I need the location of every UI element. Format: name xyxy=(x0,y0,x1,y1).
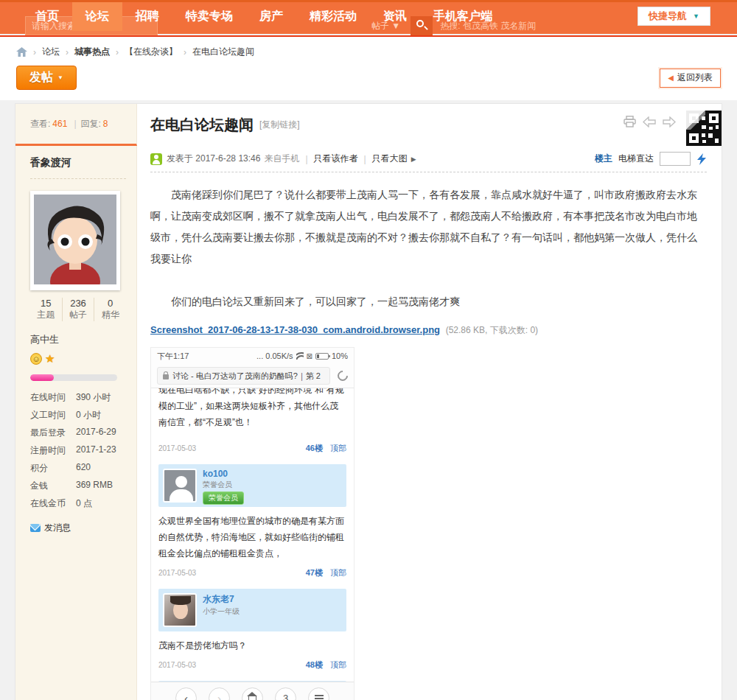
battery-percent: 10% xyxy=(332,351,348,360)
nav-realestate[interactable]: 房产 xyxy=(246,2,296,31)
chevron-down-icon: ▼ xyxy=(693,13,699,20)
floor-link: 48楼 xyxy=(306,660,323,669)
new-post-button[interactable]: 发帖▼ xyxy=(16,66,77,90)
attachment-1: Screenshot_2017-06-28-13-17-38-030_com.a… xyxy=(150,324,707,337)
menu-icon xyxy=(308,687,329,700)
breadcrumb-forum[interactable]: 论坛 xyxy=(42,46,60,58)
field-volunteer-time: 义工时间0 小时 xyxy=(30,409,126,421)
nav-mobile-client[interactable]: 手机客户端 xyxy=(420,2,506,31)
nav-sales[interactable]: 特卖专场 xyxy=(172,2,246,31)
chevron-right-icon: ▶ xyxy=(411,155,416,163)
lock-icon xyxy=(163,374,169,379)
mobile-reply-header: ko100 荣誉会员 荣誉会员 xyxy=(158,464,346,507)
nav-jobs[interactable]: 招聘 xyxy=(122,2,172,31)
stat-threads[interactable]: 15主题 xyxy=(30,298,63,321)
reply-count: 8 xyxy=(103,119,108,129)
sim-icon: ⊠ xyxy=(307,352,312,360)
mobile-status-bar: 下午1:17 ... 0.05K/s ⊠ 10% xyxy=(151,348,354,364)
prev-thread-icon[interactable] xyxy=(643,116,656,127)
user-status-icon xyxy=(150,153,162,165)
only-author-link[interactable]: 只看该作者 xyxy=(314,153,358,165)
star-medal-icon: ★ xyxy=(45,352,55,365)
envelope-icon xyxy=(30,524,41,532)
copy-link[interactable]: [复制链接] xyxy=(259,119,300,131)
thread-header: 查看:461 | 回复:8 在电白论坛趣闻 [复制链接] xyxy=(15,104,722,146)
chevron-left-icon: ◀ xyxy=(668,74,674,82)
only-images-link[interactable]: 只看大图 xyxy=(372,153,408,165)
mobile-reply-header: 水东老7 小学一年级 xyxy=(158,589,346,631)
mobile-time: 下午1:17 xyxy=(157,351,189,362)
nav-activities[interactable]: 精彩活动 xyxy=(296,2,370,31)
battery-icon xyxy=(315,353,329,360)
breadcrumb: › 论坛 › 城事热点 › 【在线杂谈】 › 在电白论坛趣闻 xyxy=(0,37,737,58)
post-paragraph: 茂南佬踩到你们尾巴了？说什么都要带上茂南人骂一下，各有各发展，靠点咸水就好牛逼了… xyxy=(150,184,707,270)
author-stats: 15主题 236帖子 0精华 xyxy=(30,298,126,321)
nav-forum[interactable]: 论坛 xyxy=(72,2,122,31)
post-paragraph: 你们的电白论坛又重新回来了，可以回家了，一起骂茂南佬才爽 xyxy=(150,291,707,312)
next-thread-icon[interactable] xyxy=(663,116,676,127)
tabs-count: 3 xyxy=(275,687,296,700)
embedded-screenshot[interactable]: 下午1:17 ... 0.05K/s ⊠ 10% 讨论 - 电白万达动了茂南的奶… xyxy=(150,347,354,700)
print-icon[interactable] xyxy=(624,116,636,127)
chevron-down-icon: ▼ xyxy=(57,74,63,81)
qr-code[interactable] xyxy=(686,111,722,146)
mobile-post-text: 茂南不是捞佬地方吗？ xyxy=(158,637,346,654)
posted-time: 发表于 2017-6-28 13:46 xyxy=(167,153,260,165)
mobile-post-text: 众观世界全国有地理位置的城市的确是有某方面的自然优势，特沿海地区，就如好些临街的… xyxy=(158,513,346,561)
nav-news[interactable]: 资讯 xyxy=(370,2,420,31)
field-online-time: 在线时间390 小时 xyxy=(30,391,126,404)
wifi-icon xyxy=(296,352,304,360)
stat-posts[interactable]: 236帖子 xyxy=(63,298,95,321)
mobile-net-speed: ... 0.05K/s xyxy=(256,351,293,360)
avatar[interactable] xyxy=(30,191,120,290)
view-count: 461 xyxy=(52,119,67,129)
action-row: 发帖▼ ◀返回列表 xyxy=(0,58,737,96)
breadcrumb-thread[interactable]: 在电白论坛趣闻 xyxy=(192,46,254,58)
breadcrumb-board[interactable]: 【在线杂谈】 xyxy=(125,46,178,58)
top-navbar: 帖子 ▼ 热搜: 包茂高铁 茂名新闻 首页 论坛 招聘 特卖专场 房产 精彩活动… xyxy=(0,0,737,34)
posted-from: 来自手机 xyxy=(264,153,299,165)
field-register-date: 注册时间2017-1-23 xyxy=(30,444,126,457)
back-to-list-button[interactable]: ◀返回列表 xyxy=(660,69,721,88)
field-credits: 积分620 xyxy=(30,462,126,475)
mobile-page-content: 现在电白啥都不缺，只缺“好的经商环境”和“有规模的工业”，如果这两块短板补齐，其… xyxy=(151,388,354,682)
attachment-link[interactable]: Screenshot_2017-06-28-13-17-38-030_com.a… xyxy=(150,324,440,335)
quick-nav-button[interactable]: 快捷导航▼ xyxy=(638,7,710,26)
mobile-browser-navbar: ‹ › 3 xyxy=(151,682,354,700)
thread-counters: 查看:461 | 回复:8 xyxy=(15,104,137,146)
field-last-login: 最后登录2017-6-29 xyxy=(30,427,126,439)
sub-header: › 论坛 › 城事热点 › 【在线杂谈】 › 在电白论坛趣闻 发帖▼ ◀返回列表 xyxy=(0,37,737,100)
send-message-link[interactable]: 发消息 xyxy=(30,522,126,534)
mobile-page-title: 讨论 - 电白万达动了茂南的奶酪吗?｜第 2 xyxy=(172,371,321,382)
home-icon[interactable] xyxy=(16,47,27,57)
post-content-area: 发表于 2017-6-28 13:46 来自手机 | 只看该作者 | 只看大图 … xyxy=(137,146,722,700)
author-sidebar: 香象渡河 15主题 236帖子 0精华 高中 xyxy=(15,146,137,700)
mobile-post-date: 2017-05-03 xyxy=(158,661,196,669)
mobile-username: ko100 xyxy=(203,469,244,479)
breadcrumb-section[interactable]: 城事热点 xyxy=(74,46,110,58)
forward-icon: › xyxy=(209,687,230,700)
floor-label: 楼主 xyxy=(595,153,612,165)
nav-home[interactable]: 首页 xyxy=(22,2,72,31)
mobile-post-text: 现在电白啥都不缺，只缺“好的经商环境”和“有规模的工业”，如果这两块短板补齐，其… xyxy=(158,388,346,430)
honor-badge: 荣誉会员 xyxy=(203,491,244,505)
field-money: 金钱369 RMB xyxy=(30,480,126,492)
smiley-medal-icon: ☺ xyxy=(30,353,42,365)
top-link: 顶部 xyxy=(330,660,346,669)
top-link: 顶部 xyxy=(330,444,346,452)
post-meta-row: 发表于 2017-6-28 13:46 来自手机 | 只看该作者 | 只看大图 … xyxy=(150,146,707,172)
elevator-label: 电梯直达 xyxy=(618,153,654,165)
jump-bolt-icon[interactable] xyxy=(696,153,707,165)
post-body: 茂南佬踩到你们尾巴了？说什么都要带上茂南人骂一下，各有各发展，靠点咸水就好牛逼了… xyxy=(150,184,707,312)
stat-digest[interactable]: 0精华 xyxy=(94,298,126,321)
mobile-post-date: 2017-05-03 xyxy=(158,444,196,452)
home-icon xyxy=(242,687,263,700)
elevator-floor-input[interactable] xyxy=(660,152,691,166)
author-medals: ☺ ★ xyxy=(30,352,126,365)
field-online-coins: 在线金币0 点 xyxy=(30,497,126,510)
author-username[interactable]: 香象渡河 xyxy=(30,156,126,179)
floor-link: 46楼 xyxy=(306,444,323,452)
avatar xyxy=(163,593,197,627)
mobile-user-rank: 荣誉会员 xyxy=(203,480,244,490)
thread-title: 在电白论坛趣闻 xyxy=(150,115,254,135)
